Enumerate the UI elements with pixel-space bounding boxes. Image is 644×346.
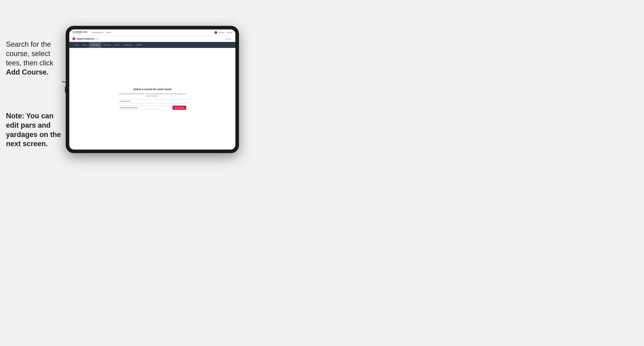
tab-results[interactable]: Results <box>112 42 121 48</box>
annotation-search: Search for the course, select tees, then… <box>6 40 64 77</box>
tab-tee-groups[interactable]: Tee Groups <box>101 42 112 48</box>
annotation-note: Note: You can edit pars and yardages on … <box>6 111 64 149</box>
user-avatar: T <box>214 31 217 34</box>
tee-select-controls: × ⌄ <box>166 107 170 109</box>
nav-links: TOURNAMENTS TEAMS <box>92 32 214 33</box>
add-course-button[interactable]: Add Course <box>172 106 186 110</box>
clippd-logo: C <box>72 37 75 40</box>
tournament-gender: (Men) <box>95 38 99 40</box>
tablet-frame: SCOREBOARD Powered by clippd TOURNAMENTS… <box>66 26 239 153</box>
tablet-side-button <box>65 86 66 92</box>
nav-separator: | <box>226 32 226 33</box>
tab-course-setup[interactable]: Course Setup <box>89 42 101 48</box>
logo-scoreboard: SCOREBOARD <box>72 31 88 33</box>
cancel-button[interactable]: Cancel × <box>226 38 232 40</box>
cancel-label: Cancel <box>226 38 230 40</box>
user-name: Test User <box>218 32 224 33</box>
tab-details[interactable]: Details <box>72 42 81 48</box>
section-description: Search for a course and select a tee. Yo… <box>118 93 186 97</box>
logo-area: SCOREBOARD Powered by clippd <box>72 31 88 34</box>
tablet-screen: SCOREBOARD Powered by clippd TOURNAMENTS… <box>69 29 236 150</box>
tee-select-value: Gold (M) (M) (7010 yds) <box>120 107 166 109</box>
tab-leaderboards[interactable]: Leaderboards <box>121 42 134 48</box>
tab-printables[interactable]: Printables <box>134 42 144 48</box>
main-content: Select a course for each round Search fo… <box>69 48 236 150</box>
tab-teams[interactable]: Teams <box>81 42 89 48</box>
tee-select-wrapper[interactable]: Gold (M) (M) (7010 yds) × ⌄ <box>118 106 171 110</box>
tee-select-row: Gold (M) (M) (7010 yds) × ⌄ Add Course <box>118 106 186 110</box>
nav-right: T Test User | Sign out <box>214 31 232 34</box>
tournament-name: Clippd Invitational <box>76 38 94 40</box>
tournament-header: C Clippd Invitational (Men) Cancel × <box>69 36 236 42</box>
top-nav: SCOREBOARD Powered by clippd TOURNAMENTS… <box>69 29 236 36</box>
tab-bar: Details Teams Course Setup Tee Groups Re… <box>69 42 236 48</box>
cancel-icon: × <box>231 38 232 40</box>
course-section: Select a course for each round Search fo… <box>118 88 186 110</box>
section-title: Select a course for each round <box>134 88 171 91</box>
nav-tournaments[interactable]: TOURNAMENTS <box>92 32 103 33</box>
sign-out-link[interactable]: Sign out <box>227 32 232 33</box>
nav-teams[interactable]: TEAMS <box>106 32 111 33</box>
tournament-title-row: C Clippd Invitational (Men) <box>72 37 99 40</box>
clear-icon[interactable]: × <box>166 107 167 109</box>
course-search-input[interactable] <box>118 99 186 104</box>
chevron-icon: ⌄ <box>168 107 170 109</box>
logo-powered: Powered by clippd <box>72 33 88 34</box>
